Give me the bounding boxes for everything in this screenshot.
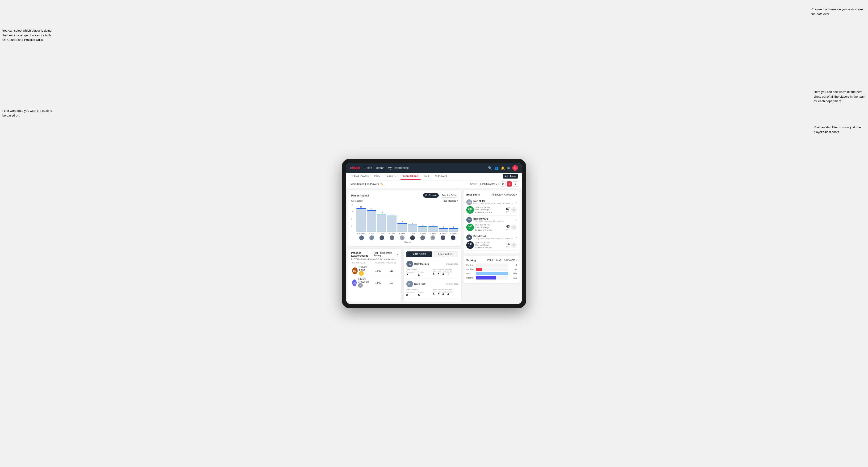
add-team-button[interactable]: Add Team	[503, 174, 518, 179]
bogeys-bar-container	[476, 276, 508, 280]
name-coles: J. Coles	[387, 233, 397, 235]
putt-label: PUTT	[447, 271, 452, 273]
tab-least-active[interactable]: Least Active	[432, 251, 458, 257]
tab-team-clippd[interactable]: Team Clippd	[401, 173, 421, 180]
avatar-robertson[interactable]: L	[451, 236, 456, 240]
practice-drills-tab[interactable]: Practice Drills	[440, 193, 458, 198]
leaderboard-filter[interactable]: PUTT Must Make Putting ... ▾	[374, 252, 398, 257]
scoring-filter-1[interactable]: Par 3, 4 & 5s ▾	[487, 259, 503, 261]
heart-view-icon[interactable]: ♥	[507, 181, 512, 187]
avatar-mcharg[interactable]: B	[359, 236, 364, 240]
britt-info: Rees Britt	[414, 283, 426, 285]
nav-teams[interactable]: Teams	[376, 166, 384, 169]
birdies-val: 96	[510, 268, 517, 271]
search-icon[interactable]: 🔍	[488, 166, 492, 170]
bar-label-12: 12	[370, 208, 372, 210]
on-course-tab[interactable]: On Course	[423, 193, 439, 198]
grid-view-icon[interactable]: ⊞	[500, 181, 506, 187]
leaderboard-row-butler[interactable]: RB Richard Butler 1 19/20 110	[351, 265, 398, 277]
nav-logo: clippd	[350, 166, 360, 170]
tab-all-players[interactable]: All Players	[432, 173, 450, 180]
pars-label: Pars	[466, 272, 474, 275]
shot-player-info-ford: DF David Ford 24 Aug 2023 · Royal North …	[466, 235, 513, 240]
avatar-coles[interactable]: J	[390, 236, 394, 240]
britt-rounds-vals: Tournament 8 Practice 4	[406, 291, 432, 297]
chart-filter-select[interactable]: Total Rounds ▾	[442, 199, 458, 202]
avatar-butler-lb: RB	[352, 268, 358, 274]
bar-label-2a: 2	[443, 226, 444, 228]
player-avatars: B R D J E D R M E L	[356, 236, 458, 240]
player-activity-title: Player Activity	[351, 194, 369, 197]
crossman-rank: 2	[358, 283, 371, 288]
right-panel: Best Shots All Shots ▾ All Players ▾	[463, 190, 520, 302]
shot-entry-ford: DF David Ford 24 Aug 2023 · Royal North …	[466, 233, 517, 251]
britt-gtt-label: GTT	[433, 291, 436, 293]
mcharg-shot-chevron[interactable]: ›	[516, 218, 517, 221]
britt-app: APP 0	[438, 291, 441, 296]
active-player-left-mcharg: BM Blair McHarg	[406, 261, 429, 267]
shots-filter-2[interactable]: All Players ▾	[504, 193, 517, 196]
annotation-player-filter: You can also filter to show just one pla…	[814, 125, 866, 134]
shot-player-row-mcharg: BM Blair McHarg 23 Jul 2023 · Ashridge G…	[466, 217, 517, 223]
britt-tournament: 8	[406, 293, 415, 297]
ford-shot-chevron[interactable]: ›	[516, 236, 517, 239]
practice-leaderboards-card: Practice Leaderboards PUTT Must Make Put…	[348, 248, 401, 302]
tab-most-active[interactable]: Most Active	[406, 251, 432, 257]
user-avatar[interactable]: U	[512, 165, 518, 171]
shot-badge-content-miller: 200 SG	[468, 208, 472, 212]
tab-hcaps[interactable]: Hcaps 1-5	[383, 173, 400, 180]
miller-shot-date: 09 Jun 2023 · Royal North Devon GC · Hol…	[473, 203, 513, 205]
shot-entry-miller: MM Matt Miller 09 Jun 2023 · Royal North…	[466, 198, 517, 216]
ford-shot-name: David Ford	[473, 235, 513, 238]
bell-icon[interactable]: 🔔	[501, 166, 505, 170]
avatar-miller-shot: MM	[466, 199, 472, 205]
avatar-miller[interactable]: M	[431, 236, 435, 240]
plus-circle-icon[interactable]: ⊕	[507, 166, 510, 170]
name-mcharg: B. McHarg	[356, 233, 366, 235]
shot-details-miller: 200 SG Shot Dist: 67 yds Start Lie: Roug…	[466, 206, 517, 214]
bar-label-3b: 3	[433, 224, 434, 226]
avatar-britt[interactable]: R	[369, 236, 374, 240]
avatar-butler[interactable]: R	[420, 236, 425, 240]
tab-pgat-players[interactable]: PGAT Players	[350, 173, 371, 180]
avatar-ford[interactable]: D	[379, 236, 384, 240]
list-view-icon[interactable]: ≡	[513, 181, 518, 187]
chart-y-axis: 15 10 5 0	[351, 204, 355, 232]
leaderboard-cols: PLAYER NAME PB SCORE PB AVG SQ	[351, 262, 398, 264]
app-stat: APP 0	[438, 271, 441, 276]
tab-tour[interactable]: Tour	[422, 173, 431, 180]
tab-pga[interactable]: PGA	[372, 173, 382, 180]
bar-l-robertson: 2	[449, 226, 458, 232]
mcharg-practice: 6	[418, 273, 424, 277]
mcharg-app: 0	[438, 273, 441, 276]
nav-my-performance[interactable]: My Performance	[388, 166, 409, 169]
britt-activities-vals: GTT 0 APP 0 ARG	[433, 291, 458, 296]
nav-home[interactable]: Home	[365, 166, 372, 169]
bar-label-9: 9	[392, 214, 393, 215]
shots-filter-1[interactable]: All Shots ▾	[492, 193, 502, 196]
avatar-billingham[interactable]: D	[410, 236, 415, 240]
users-icon[interactable]: 👥	[494, 166, 498, 170]
nav-icons: 🔍 👥 🔔 ⊕ U	[488, 165, 518, 171]
britt-practice-stat: Practice 4	[418, 291, 424, 297]
bar-miller-fill	[428, 226, 438, 232]
avatar-crossman[interactable]: E	[441, 236, 445, 240]
miller-shot-chevron[interactable]: ›	[516, 200, 517, 204]
leaderboard-row-crossman[interactable]: EC Edward Crossman 2 18/20 107	[351, 277, 398, 289]
britt-app-val: 0	[438, 293, 441, 296]
bar-label-10: 10	[381, 212, 382, 213]
avatar-ebert[interactable]: E	[400, 236, 404, 240]
shot-player-row-miller: MM Matt Miller 09 Jun 2023 · Royal North…	[466, 199, 517, 205]
putt-stat: PUTT 1	[447, 271, 452, 276]
timescale-select[interactable]: Last 3 months ▾	[478, 182, 499, 186]
bar-robertson-fill	[449, 228, 458, 232]
bottom-panels: Practice Leaderboards PUTT Must Make Put…	[348, 248, 461, 302]
shot-info-miller: Shot Dist: 67 yds Start Lie: Rough End L…	[475, 206, 504, 214]
edit-team-icon[interactable]: ✏️	[380, 183, 383, 186]
mcharg-arg: 0	[442, 273, 446, 276]
bar-label-13: 13	[360, 206, 362, 208]
team-header: Team Clippd | 14 Players ✏️ Show: Last 3…	[346, 180, 522, 188]
bar-r-butler: 3	[418, 224, 428, 232]
scoring-filter-2[interactable]: All Players ▾	[504, 259, 517, 261]
name-billingham: D. Billin	[408, 233, 417, 235]
